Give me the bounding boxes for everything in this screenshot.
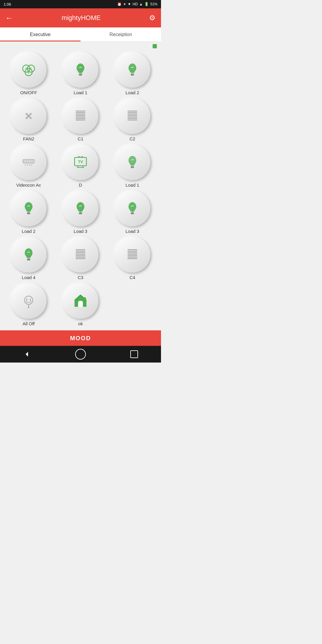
btn-all-off[interactable] (11, 283, 47, 319)
btn-load3-mid[interactable] (63, 191, 98, 226)
svg-rect-58 (27, 259, 30, 260)
svg-text:G: G (30, 67, 32, 69)
rgb-icon: R G B (20, 61, 38, 79)
item-videocon-ac[interactable]: Videocon Ac (4, 144, 53, 188)
svg-rect-66 (76, 258, 85, 259)
bulb-icon-load3-mid (72, 199, 89, 217)
label-load3-right: Load 3 (126, 229, 139, 234)
label-load2-mid: Load 2 (22, 229, 35, 234)
back-nav-button[interactable] (20, 347, 34, 361)
svg-rect-67 (128, 249, 137, 250)
svg-rect-10 (131, 74, 134, 75)
item-load1-mid[interactable]: Load 1 (108, 144, 157, 188)
svg-point-74 (24, 296, 33, 304)
svg-rect-49 (27, 213, 30, 213)
svg-rect-52 (79, 213, 82, 213)
home-nav-button[interactable] (73, 347, 88, 361)
label-c3: C3 (78, 275, 83, 280)
svg-rect-73 (128, 258, 137, 259)
svg-point-54 (129, 202, 136, 211)
item-d[interactable]: TV D (56, 144, 105, 188)
item-on-off[interactable]: R G B ON/OFF (4, 52, 53, 95)
status-icons: ⏰ ✦ ▼ HD ▲ 🔋 51% (117, 2, 157, 6)
blinds-icon-c3 (72, 246, 89, 264)
svg-rect-15 (76, 114, 85, 114)
svg-rect-55 (131, 213, 134, 213)
svg-rect-72 (128, 257, 137, 258)
app-title: mightyHOME (62, 14, 101, 22)
nav-bar (0, 346, 161, 363)
svg-rect-26 (128, 120, 137, 120)
item-ok[interactable]: ok (56, 283, 105, 326)
item-c4[interactable]: C4 (108, 237, 157, 280)
svg-rect-59 (27, 260, 30, 261)
svg-rect-19 (76, 120, 85, 120)
item-load2-top[interactable]: Load 2 (108, 52, 157, 95)
tab-executive[interactable]: Executive (0, 27, 80, 41)
item-all-off[interactable]: All Off (4, 283, 53, 326)
back-button[interactable]: ← (5, 13, 13, 23)
item-load1-top[interactable]: Load 1 (56, 52, 105, 95)
btn-c2[interactable] (114, 98, 150, 134)
btn-c3[interactable] (63, 237, 98, 273)
item-c1[interactable]: C1 (56, 98, 105, 141)
mood-bar[interactable]: MOOD (0, 330, 161, 346)
svg-text:TV: TV (78, 160, 83, 164)
btn-c1[interactable] (63, 98, 98, 134)
btn-videocon-ac[interactable] (11, 144, 47, 180)
btn-load1-top[interactable] (63, 52, 98, 88)
green-indicator-row (0, 42, 161, 49)
settings-button[interactable]: ⚙ (149, 14, 156, 22)
mood-label: MOOD (70, 335, 91, 342)
svg-point-12 (27, 115, 30, 117)
item-load3-mid[interactable]: Load 3 (56, 191, 105, 234)
svg-rect-8 (79, 75, 82, 76)
btn-ok[interactable] (63, 283, 98, 319)
svg-rect-61 (76, 251, 85, 252)
item-c2[interactable]: C2 (108, 98, 157, 141)
label-load3-mid: Load 3 (74, 229, 87, 234)
recents-nav-button[interactable] (127, 347, 141, 361)
item-load3-right[interactable]: Load 3 (108, 191, 157, 234)
svg-rect-79 (84, 297, 86, 300)
item-load2-mid[interactable]: Load 2 (4, 191, 53, 234)
btn-load2-top[interactable] (114, 52, 150, 88)
label-c2: C2 (129, 136, 135, 141)
svg-rect-60 (76, 249, 85, 250)
btn-d[interactable]: TV (63, 144, 98, 180)
bulb-icon-load4 (20, 246, 38, 264)
item-load4[interactable]: Load 4 (4, 237, 53, 280)
tab-receiption[interactable]: Receiption (80, 27, 161, 41)
fan-icon (20, 107, 38, 125)
status-bar: 1:06 ⏰ ✦ ▼ HD ▲ 🔋 51% (0, 0, 161, 8)
hd-label: HD (133, 2, 138, 6)
btn-load2-mid[interactable] (11, 191, 47, 226)
svg-rect-63 (76, 254, 85, 255)
item-fan2[interactable]: FAN2 (4, 98, 53, 141)
bulb-icon-1 (72, 61, 89, 79)
btn-on-off[interactable]: R G B (11, 52, 47, 88)
svg-point-51 (77, 202, 84, 211)
svg-line-37 (31, 164, 32, 166)
svg-rect-18 (76, 118, 85, 119)
alarm-icon: ⏰ (117, 2, 122, 6)
btn-load3-right[interactable] (114, 191, 150, 226)
bulb-icon-2 (123, 61, 141, 79)
svg-rect-14 (76, 112, 85, 113)
svg-rect-13 (76, 111, 85, 112)
tabs-container: Executive Receiption (0, 27, 161, 42)
svg-rect-69 (128, 252, 137, 253)
btn-load4[interactable] (11, 237, 47, 273)
svg-rect-65 (76, 257, 85, 258)
label-c4: C4 (129, 275, 135, 280)
btn-fan2[interactable] (11, 98, 47, 134)
svg-rect-20 (128, 111, 137, 112)
svg-rect-71 (128, 255, 137, 256)
btn-c4[interactable] (114, 237, 150, 273)
bulb-icon-load1-mid (123, 153, 141, 171)
status-time: 1:06 (4, 2, 11, 7)
item-c3[interactable]: C3 (56, 237, 105, 280)
svg-rect-16 (76, 115, 85, 116)
svg-rect-62 (76, 252, 85, 253)
btn-load1-mid[interactable] (114, 144, 150, 180)
